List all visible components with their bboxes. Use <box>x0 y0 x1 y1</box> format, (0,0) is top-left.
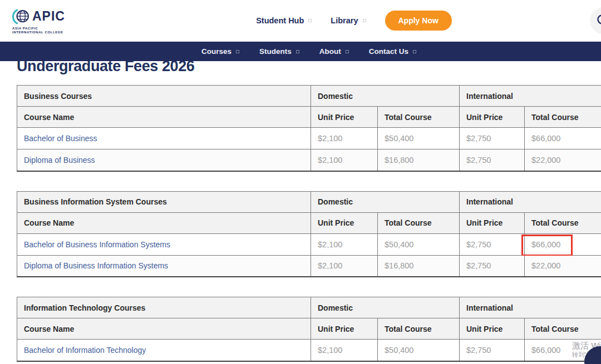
course-link[interactable]: Diploma of Business Information Systems <box>24 261 168 270</box>
fees-table: Business CoursesDomesticInternationalCou… <box>17 85 601 172</box>
fee-value-cell: $50,400 <box>378 233 460 255</box>
column-header: Unit Price <box>460 318 525 340</box>
fee-row: Bachelor of Information Technology$2,100… <box>17 340 601 361</box>
course-link[interactable]: Bachelor of Information Technology <box>24 346 146 355</box>
table-group-header-row: Information Technology CoursesDomesticIn… <box>17 297 601 318</box>
nav-student-hub[interactable]: Student Hub <box>256 16 312 25</box>
column-header: Unit Price <box>311 318 378 340</box>
fee-value-cell: $2,750 <box>460 233 525 255</box>
fee-value-cell: $66,000 <box>525 233 601 255</box>
column-header: Total Course <box>525 107 601 128</box>
column-group-header: Domestic <box>311 191 460 212</box>
nav-library[interactable]: Library <box>331 16 366 25</box>
fee-value-cell: $66,000 <box>525 128 601 149</box>
fee-row: Diploma of Business$2,100$16,800$2,750$2… <box>17 149 601 171</box>
logo-tagline: ASIA PACIFIC INTERNATIONAL COLLEGE <box>12 27 73 34</box>
dropdown-placeholder-icon <box>363 19 366 22</box>
dropdown-placeholder-icon <box>296 50 299 53</box>
column-header: Total Course <box>378 107 460 128</box>
fee-row: Bachelor of Business Information Systems… <box>17 233 601 255</box>
navbar-item-about[interactable]: About <box>319 47 349 56</box>
table-group-title: Information Technology Courses <box>17 297 311 318</box>
fee-value-cell: $2,750 <box>460 149 525 171</box>
column-header: Total Course <box>378 212 460 233</box>
navbar-students-label: Students <box>259 47 292 56</box>
column-header-row: Course NameUnit PriceTotal CourseUnit Pr… <box>17 318 601 340</box>
table-group-header-row: Business Information System CoursesDomes… <box>17 191 601 212</box>
course-link[interactable]: Diploma of Business <box>24 156 95 164</box>
column-header-row: Course NameUnit PriceTotal CourseUnit Pr… <box>17 212 601 233</box>
dropdown-placeholder-icon <box>413 50 416 53</box>
navbar-contact-label: Contact Us <box>369 47 408 56</box>
column-group-header: International <box>460 297 601 318</box>
apply-now-button[interactable]: Apply Now <box>385 11 452 31</box>
fee-value-cell: $16,800 <box>378 255 460 277</box>
navbar-item-students[interactable]: Students <box>259 47 299 56</box>
fee-value-cell: $2,100 <box>311 340 378 361</box>
fee-value-cell: $50,400 <box>378 340 460 361</box>
column-header-row: Course NameUnit PriceTotal CourseUnit Pr… <box>17 107 601 128</box>
table-group-title: Business Information System Courses <box>17 191 311 212</box>
column-group-header: Domestic <box>311 297 460 318</box>
column-header: Unit Price <box>311 107 378 128</box>
apic-globe-icon <box>12 7 31 26</box>
course-link[interactable]: Bachelor of Business Information Systems <box>24 240 170 249</box>
course-cell: Bachelor of Business Information Systems <box>17 233 311 255</box>
search-icon <box>596 13 601 28</box>
highlight-box <box>521 235 573 256</box>
fee-value-cell: $16,800 <box>378 149 460 171</box>
fee-value-cell: $2,750 <box>460 255 525 277</box>
course-cell: Diploma of Business <box>17 149 311 171</box>
fee-value-cell: $22,000 <box>525 255 601 277</box>
course-cell: Diploma of Business Information Systems <box>17 255 311 277</box>
dropdown-placeholder-icon <box>236 50 239 53</box>
navbar-item-contact-us[interactable]: Contact Us <box>369 47 416 56</box>
course-link[interactable]: Bachelor of Business <box>24 134 97 143</box>
fee-value-cell: $2,100 <box>311 128 378 149</box>
column-header: Course Name <box>17 212 311 233</box>
apic-logo[interactable]: APIC ASIA PACIFIC INTERNATIONAL COLLEGE <box>12 7 73 34</box>
fee-value-cell: $22,000 <box>525 149 601 171</box>
nav-student-hub-label: Student Hub <box>256 16 304 25</box>
column-header: Total Course <box>378 318 460 340</box>
navbar-item-courses[interactable]: Courses <box>201 47 239 56</box>
column-header: Course Name <box>17 318 311 340</box>
fee-value-cell: $2,100 <box>311 149 378 171</box>
business-information-system-courses-table-section: Business Information System CoursesDomes… <box>17 191 601 278</box>
dropdown-placeholder-icon <box>346 50 349 53</box>
column-header: Unit Price <box>311 212 378 233</box>
fee-row: Bachelor of Business$2,100$50,400$2,750$… <box>17 128 601 149</box>
column-header: Total Course <box>525 318 601 340</box>
column-header: Total Course <box>525 212 601 233</box>
column-group-header: Domestic <box>311 86 460 107</box>
nav-library-label: Library <box>331 16 358 25</box>
column-header: Unit Price <box>460 212 525 233</box>
fees-table: Information Technology CoursesDomesticIn… <box>17 297 601 362</box>
fee-value-cell: $2,750 <box>460 340 525 361</box>
navbar-about-label: About <box>319 47 341 56</box>
dropdown-placeholder-icon <box>308 19 312 22</box>
fee-value-cell: $2,750 <box>460 128 525 149</box>
information-technology-courses-table-section: Information Technology CoursesDomesticIn… <box>17 297 601 362</box>
fee-value-cell: $2,100 <box>311 233 378 255</box>
fee-value-cell: $50,400 <box>378 128 460 149</box>
fees-table: Business Information System CoursesDomes… <box>17 191 601 278</box>
course-cell: Bachelor of Information Technology <box>17 340 311 361</box>
logo-acronym: APIC <box>32 9 65 24</box>
main-navbar: Courses Students About Contact Us <box>0 42 601 61</box>
page-content: Undergraduate Fees 2026 Business Courses… <box>0 57 601 362</box>
navbar-courses-label: Courses <box>201 47 231 56</box>
table-group-title: Business Courses <box>17 86 311 107</box>
column-group-header: International <box>460 86 601 107</box>
table-group-header-row: Business CoursesDomesticInternational <box>17 86 601 107</box>
course-cell: Bachelor of Business <box>17 128 311 149</box>
column-header: Unit Price <box>460 107 525 128</box>
business-courses-table-section: Business CoursesDomesticInternationalCou… <box>17 85 601 172</box>
column-header: Course Name <box>17 107 311 128</box>
fee-row: Diploma of Business Information Systems$… <box>17 255 601 277</box>
fee-value-cell: $2,100 <box>311 255 378 277</box>
header-nav: Student Hub Library Apply Now <box>107 11 601 31</box>
site-header: APIC ASIA PACIFIC INTERNATIONAL COLLEGE … <box>0 0 601 42</box>
column-group-header: International <box>460 191 601 212</box>
